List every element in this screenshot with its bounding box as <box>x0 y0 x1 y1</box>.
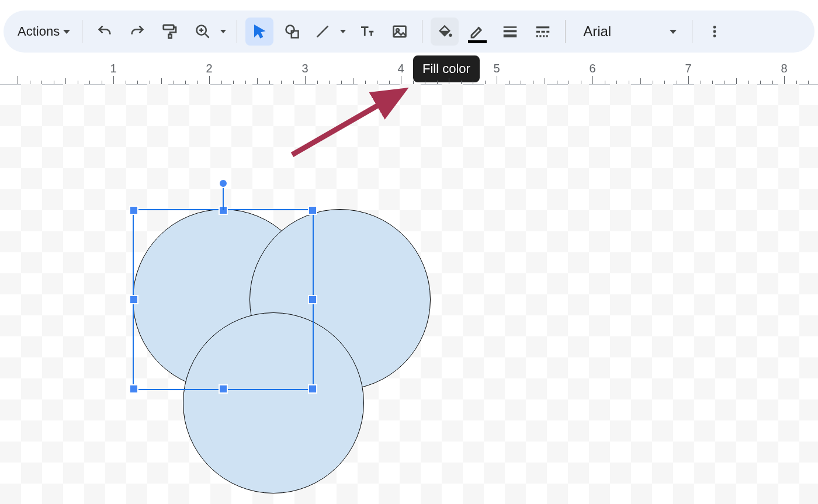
ruler-number: 8 <box>781 62 787 75</box>
select-tool-button[interactable] <box>245 18 273 46</box>
ruler-number: 5 <box>493 62 500 75</box>
border-dash-button[interactable] <box>529 18 557 46</box>
ruler-tick <box>353 78 353 84</box>
paint-bucket-icon <box>436 23 453 40</box>
cursor-icon <box>251 23 268 40</box>
undo-icon <box>96 23 113 40</box>
font-family-label: Arial <box>583 23 611 40</box>
zoom-in-icon <box>195 23 211 40</box>
paint-roller-icon <box>161 23 179 40</box>
shape-icon <box>284 23 300 40</box>
svg-rect-14 <box>546 31 549 33</box>
horizontal-ruler: 12345678 <box>0 63 818 85</box>
ruler-number: 4 <box>397 62 404 75</box>
dropdown-caret-icon[interactable] <box>220 30 226 33</box>
svg-rect-5 <box>394 26 406 37</box>
svg-rect-15 <box>536 35 538 37</box>
fill-color-button[interactable] <box>431 18 459 46</box>
ruler-tick <box>736 78 737 84</box>
ruler-number: 1 <box>110 62 116 75</box>
toolbar-separator <box>565 20 566 43</box>
text-box-button[interactable] <box>353 18 381 46</box>
svg-rect-18 <box>546 35 548 37</box>
ruler-number: 7 <box>685 62 691 75</box>
ruler-tick <box>113 76 114 84</box>
more-options-button[interactable] <box>701 18 729 46</box>
svg-rect-13 <box>542 31 545 33</box>
undo-button[interactable] <box>91 18 119 46</box>
line-weight-icon <box>501 23 519 40</box>
svg-line-22 <box>292 93 400 155</box>
ruler-tick <box>401 76 401 84</box>
redo-button[interactable] <box>123 18 151 46</box>
svg-rect-10 <box>504 34 517 37</box>
font-family-selector[interactable]: Arial <box>571 18 686 46</box>
svg-rect-1 <box>169 34 172 38</box>
actions-menu-button[interactable]: Actions <box>12 20 76 43</box>
ruler-tick <box>161 78 162 84</box>
ruler-tick <box>209 76 210 84</box>
ruler-tick <box>640 78 641 84</box>
svg-rect-12 <box>536 31 540 33</box>
zoom-button[interactable] <box>189 18 217 46</box>
svg-rect-17 <box>543 35 545 37</box>
svg-point-19 <box>713 26 716 29</box>
ruler-tick <box>257 78 258 84</box>
paint-format-button[interactable] <box>156 18 184 46</box>
ruler-number: 3 <box>301 62 308 75</box>
border-color-swatch <box>468 40 487 43</box>
toolbar-separator <box>692 20 692 43</box>
svg-rect-11 <box>536 26 550 28</box>
ruler-tick <box>18 76 18 84</box>
svg-rect-9 <box>504 30 517 33</box>
toolbar-separator <box>82 20 82 43</box>
ruler-tick <box>545 78 545 84</box>
text-icon <box>358 23 376 40</box>
circle-3[interactable] <box>183 312 364 493</box>
line-icon <box>314 23 331 40</box>
dropdown-caret-icon <box>670 30 677 34</box>
more-vertical-icon <box>707 24 722 39</box>
line-tool-button[interactable] <box>309 18 337 46</box>
border-color-button[interactable] <box>463 18 491 46</box>
drawing-canvas[interactable] <box>0 84 818 504</box>
rotation-handle[interactable] <box>219 179 228 188</box>
ruler-tick <box>784 76 785 84</box>
svg-rect-16 <box>540 35 542 37</box>
svg-point-3 <box>286 26 294 34</box>
svg-point-7 <box>449 34 452 37</box>
image-icon <box>391 23 408 40</box>
svg-rect-8 <box>504 26 517 28</box>
svg-point-20 <box>713 30 716 33</box>
actions-menu-label: Actions <box>18 24 60 39</box>
line-dash-icon <box>534 23 552 40</box>
ruler-tick <box>449 78 449 84</box>
selection-handle-bl[interactable] <box>129 384 138 394</box>
toolbar-separator <box>237 20 237 43</box>
toolbar-separator <box>422 20 422 43</box>
ruler-number: 2 <box>206 62 212 75</box>
redo-icon <box>129 23 145 40</box>
ruler-tick <box>592 76 593 84</box>
svg-rect-0 <box>164 25 174 30</box>
rotation-stem <box>223 183 224 210</box>
shape-tool-button[interactable] <box>278 18 306 46</box>
border-weight-button[interactable] <box>496 18 524 46</box>
ruler-number: 6 <box>589 62 595 75</box>
ruler-tick <box>305 76 306 84</box>
pencil-icon <box>469 23 486 40</box>
selection-handle-tl[interactable] <box>129 206 138 215</box>
insert-image-button[interactable] <box>386 18 414 46</box>
ruler-tick <box>688 76 689 84</box>
dropdown-caret-icon <box>63 30 70 34</box>
svg-point-21 <box>713 34 716 37</box>
ruler-tick <box>65 78 66 84</box>
toolbar: Actions <box>4 11 814 53</box>
ruler-tick <box>497 76 497 84</box>
dropdown-caret-icon[interactable] <box>340 30 346 33</box>
